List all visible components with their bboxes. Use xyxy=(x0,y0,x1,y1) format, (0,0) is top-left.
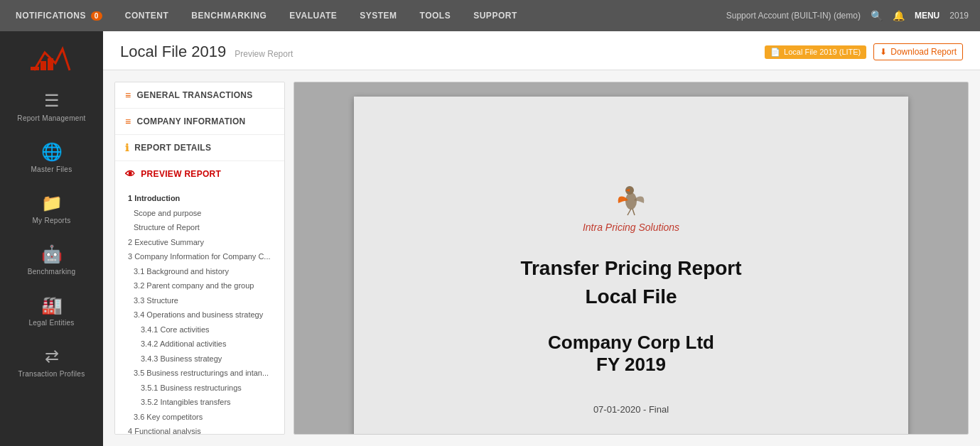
toc-section-header-report-details[interactable]: ℹ REPORT DETAILS xyxy=(115,135,284,161)
general-transactions-icon: ≡ xyxy=(125,89,131,101)
sidebar-label-report-management: Report Management xyxy=(17,114,85,122)
toc-item-2[interactable]: Scope and purpose xyxy=(125,206,284,221)
sidebar-item-master-files[interactable]: 🌐 Master Files xyxy=(0,132,103,183)
local-file-badge: 📄 Local File 2019 (LITE) xyxy=(765,45,866,59)
sidebar-label-transaction-profiles: Transaction Profiles xyxy=(18,370,85,378)
search-icon[interactable]: 🔍 xyxy=(871,10,883,21)
toc-section-header-preview-report[interactable]: 👁 PREVIEW REPORT xyxy=(115,161,284,187)
toc-section-preview-report: 👁 PREVIEW REPORT 1 Introduction Scope an… xyxy=(115,161,284,435)
sidebar-item-benchmarking[interactable]: 🤖 Benchmarking xyxy=(0,234,103,285)
toc-item-4[interactable]: 2 Executive Summary xyxy=(125,235,284,250)
toc-section-header-general-transactions[interactable]: ≡ GENERAL TRANSACTIONS xyxy=(115,82,284,108)
sidebar-item-legal-entities[interactable]: 🏭 Legal Entities xyxy=(0,285,103,337)
toc-item-1[interactable]: 1 Introduction xyxy=(125,191,284,206)
page-title: Local File 2019 xyxy=(120,43,226,61)
general-transactions-label: GENERAL TRANSACTIONS xyxy=(136,90,252,100)
report-company-name: Company Corp Ltd xyxy=(548,332,714,354)
main-content: Local File 2019 Preview Report 📄 Local F… xyxy=(103,31,980,446)
svg-rect-2 xyxy=(48,58,53,70)
svg-rect-0 xyxy=(31,67,39,70)
company-information-label: COMPANY INFORMATION xyxy=(136,116,245,126)
benchmarking-icon: 🤖 xyxy=(41,244,63,264)
toc-section-report-details: ℹ REPORT DETAILS xyxy=(115,135,284,161)
toc-item-15[interactable]: 3.5.2 Intangibles transfers xyxy=(125,395,284,410)
nav-notifications[interactable]: NOTIFICATIONS 0 xyxy=(11,8,107,23)
svg-line-7 xyxy=(632,209,635,215)
content-area: ≡ GENERAL TRANSACTIONS ≡ COMPANY INFORMA… xyxy=(103,70,980,446)
toc-item-14[interactable]: 3.5.1 Business restructurings xyxy=(125,381,284,396)
file-icon: 📄 xyxy=(770,48,780,57)
app-logo xyxy=(31,45,73,74)
sidebar-item-transaction-profiles[interactable]: ⇄ Transaction Profiles xyxy=(0,337,103,388)
sidebar: ☰ Report Management 🌐 Master Files 📁 My … xyxy=(0,31,103,446)
report-title-line2: Local File xyxy=(520,283,741,310)
report-page: Intra Pricing Solutions Transfer Pricing… xyxy=(354,97,908,435)
my-reports-icon: 📁 xyxy=(41,193,63,213)
report-logo-text: Intra Pricing Solutions xyxy=(583,222,679,233)
preview-report-icon: 👁 xyxy=(125,168,135,180)
toc-item-9[interactable]: 3.4 Operations and business strategy xyxy=(125,308,284,322)
report-title-line1: Transfer Pricing Report xyxy=(520,254,741,282)
sidebar-label-benchmarking: Benchmarking xyxy=(28,268,76,276)
sidebar-label-master-files: Master Files xyxy=(31,165,72,173)
legal-entities-icon: 🏭 xyxy=(41,295,63,315)
toc-item-10[interactable]: 3.4.1 Core activities xyxy=(125,322,284,337)
svg-line-6 xyxy=(628,209,631,215)
toc-item-7[interactable]: 3.2 Parent company and the group xyxy=(125,278,284,293)
nav-support[interactable]: SUPPORT xyxy=(469,8,522,23)
toc-section-general-transactions: ≡ GENERAL TRANSACTIONS xyxy=(115,82,284,109)
notifications-badge: 0 xyxy=(91,11,102,21)
toc-item-5[interactable]: 3 Company Information for Company C... xyxy=(125,249,284,264)
svg-rect-1 xyxy=(41,61,46,70)
toc-item-11[interactable]: 3.4.2 Additional activities xyxy=(125,337,284,352)
toc-section-header-company-information[interactable]: ≡ COMPANY INFORMATION xyxy=(115,109,284,134)
svg-point-3 xyxy=(625,192,637,210)
toc-preview-items: 1 Introduction Scope and purpose Structu… xyxy=(115,187,284,435)
nav-tools[interactable]: TOOLS xyxy=(416,8,456,23)
year-label: 2019 xyxy=(949,11,969,21)
sidebar-item-my-reports[interactable]: 📁 My Reports xyxy=(0,183,103,234)
report-preview: Intra Pricing Solutions Transfer Pricing… xyxy=(294,82,969,435)
toc-item-3[interactable]: Structure of Report xyxy=(125,220,284,235)
report-date: 07-01-2020 - Final xyxy=(593,404,669,415)
menu-label[interactable]: MENU xyxy=(915,11,939,21)
toc-panel: ≡ GENERAL TRANSACTIONS ≡ COMPANY INFORMA… xyxy=(114,82,285,435)
download-report-button[interactable]: ⬇ Download Report xyxy=(873,43,963,60)
toc-item-17[interactable]: 4 Functional analysis xyxy=(125,424,284,435)
report-management-icon: ☰ xyxy=(44,91,60,111)
report-logo-svg xyxy=(603,176,659,219)
nav-content[interactable]: CONTENT xyxy=(121,8,173,23)
download-label: Download Report xyxy=(890,47,957,57)
report-details-label: REPORT DETAILS xyxy=(134,143,211,153)
company-information-icon: ≡ xyxy=(125,116,131,127)
report-main-title: Transfer Pricing Report Local File xyxy=(520,254,741,310)
page-title-section: Local File 2019 Preview Report xyxy=(120,43,293,61)
toc-section-company-information: ≡ COMPANY INFORMATION xyxy=(115,109,284,135)
toc-item-6[interactable]: 3.1 Background and history xyxy=(125,264,284,279)
toc-item-8[interactable]: 3.3 Structure xyxy=(125,293,284,308)
sidebar-item-report-management[interactable]: ☰ Report Management xyxy=(0,81,103,132)
download-icon: ⬇ xyxy=(880,47,887,57)
page-header: Local File 2019 Preview Report 📄 Local F… xyxy=(103,31,980,70)
transaction-profiles-icon: ⇄ xyxy=(45,347,59,366)
sidebar-label-legal-entities: Legal Entities xyxy=(28,319,74,327)
toc-item-13[interactable]: 3.5 Business restructurings and intan... xyxy=(125,366,284,381)
page-subtitle: Preview Report xyxy=(235,49,293,59)
report-details-icon: ℹ xyxy=(125,142,129,153)
report-logo-area: Intra Pricing Solutions xyxy=(583,176,679,233)
bell-icon[interactable]: 🔔 xyxy=(893,10,905,21)
nav-benchmarking[interactable]: BENCHMARKING xyxy=(187,8,271,23)
nav-system[interactable]: SYSTEM xyxy=(355,8,401,23)
account-label: Support Account (BUILT-IN) (demo) xyxy=(726,11,861,21)
master-files-icon: 🌐 xyxy=(41,142,63,162)
toc-item-12[interactable]: 3.4.3 Business strategy xyxy=(125,352,284,366)
report-fy: FY 2019 xyxy=(548,354,714,376)
nav-right-section: Support Account (BUILT-IN) (demo) 🔍 🔔 ME… xyxy=(726,10,969,21)
nav-evaluate[interactable]: EVALUATE xyxy=(285,8,341,23)
badge-label: Local File 2019 (LITE) xyxy=(784,48,861,56)
sidebar-label-my-reports: My Reports xyxy=(32,217,70,224)
page-header-right: 📄 Local File 2019 (LITE) ⬇ Download Repo… xyxy=(765,43,963,60)
preview-report-label: PREVIEW REPORT xyxy=(141,169,221,179)
toc-item-16[interactable]: 3.6 Key competitors xyxy=(125,410,284,425)
logo-area xyxy=(23,38,80,81)
